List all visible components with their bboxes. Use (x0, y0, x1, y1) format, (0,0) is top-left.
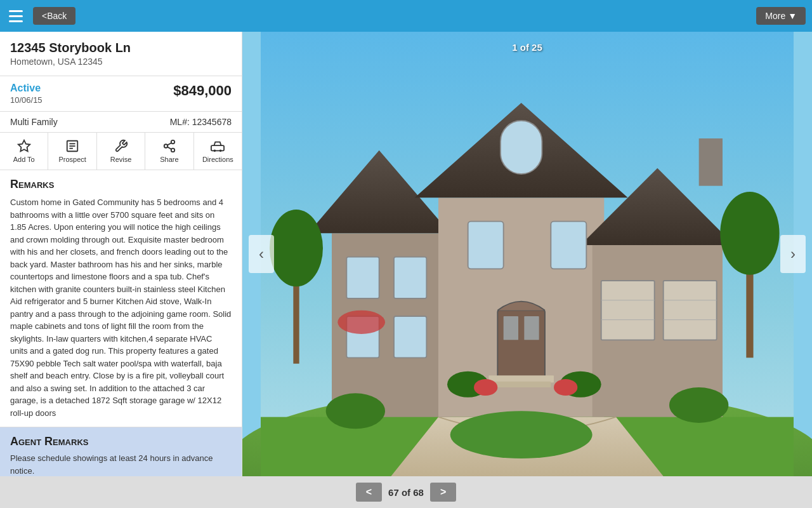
svg-rect-38 (504, 316, 518, 340)
star-icon (17, 139, 31, 153)
svg-rect-28 (394, 257, 426, 298)
status-date: 10/06/15 (10, 95, 43, 105)
menu-button[interactable] (6, 8, 25, 25)
svg-point-43 (669, 387, 728, 423)
svg-point-11 (214, 150, 216, 151)
directions-button[interactable]: Directions (194, 133, 242, 170)
property-type: Multi Family (10, 117, 58, 127)
svg-rect-24 (468, 222, 504, 269)
remarks-section: Remarks Custom home in Gated Community h… (0, 170, 242, 427)
svg-point-53 (450, 411, 593, 458)
wrench-icon (114, 139, 128, 153)
price: $849,000 (173, 83, 232, 99)
photo-next-button[interactable]: › (780, 235, 806, 273)
svg-point-52 (337, 311, 385, 334)
svg-rect-41 (492, 382, 551, 387)
prev-page-button[interactable]: < (356, 483, 382, 502)
svg-point-7 (171, 149, 175, 152)
svg-rect-23 (699, 138, 723, 186)
left-panel: 12345 Storybook Ln Hometown, USA 12345 A… (0, 32, 242, 476)
share-button[interactable]: Share (145, 133, 193, 170)
photo-counter: 1 of 25 (512, 42, 542, 53)
svg-rect-10 (211, 145, 224, 150)
add-to-button[interactable]: Add To (0, 133, 48, 170)
svg-rect-32 (664, 281, 717, 340)
remarks-title: Remarks (10, 178, 232, 191)
svg-rect-27 (346, 257, 379, 298)
status-label: Active (10, 83, 43, 94)
next-page-button[interactable]: > (430, 483, 456, 502)
bottom-bar: < 67 of 68 > (0, 476, 812, 508)
svg-rect-39 (524, 316, 539, 340)
more-button[interactable]: More ▼ (756, 7, 806, 25)
address-block: 12345 Storybook Ln Hometown, USA 12345 (0, 32, 242, 76)
svg-point-42 (326, 393, 385, 429)
svg-marker-0 (18, 140, 30, 151)
top-bar-left: <Back (6, 7, 75, 25)
prospect-button[interactable]: Prospect (48, 133, 96, 170)
address-street: 12345 Storybook Ln (10, 41, 232, 55)
svg-point-51 (270, 210, 323, 286)
list-icon (65, 139, 79, 153)
revise-button[interactable]: Revise (97, 133, 145, 170)
action-buttons: Add To Prospect Revise (0, 133, 242, 170)
photo-prev-button[interactable]: ‹ (249, 235, 274, 273)
share-icon (162, 139, 176, 153)
page-info: 67 of 68 (388, 487, 424, 498)
svg-rect-26 (501, 121, 542, 174)
svg-line-8 (167, 147, 171, 149)
svg-line-9 (167, 143, 171, 145)
svg-point-6 (164, 144, 168, 148)
status-price-block: Active 10/06/15 $849,000 (0, 76, 242, 112)
back-button[interactable]: <Back (33, 7, 75, 25)
agent-remarks-text: Please schedule showings at least 24 hou… (10, 452, 232, 476)
svg-point-5 (171, 140, 175, 144)
svg-rect-30 (394, 316, 426, 358)
agent-remarks-section: Agent Remarks Please schedule showings a… (0, 427, 242, 476)
house-image (242, 32, 812, 476)
mls-number: ML#: 12345678 (170, 117, 232, 127)
top-bar: <Back More ▼ (0, 0, 812, 32)
svg-point-49 (720, 192, 779, 275)
type-mls-block: Multi Family ML#: 12345678 (0, 112, 242, 133)
svg-point-12 (220, 150, 221, 151)
photo-area: 1 of 25 (242, 32, 812, 476)
svg-point-47 (554, 379, 577, 396)
address-city: Hometown, USA 12345 (10, 57, 232, 67)
remarks-text: Custom home in Gated Community has 5 bed… (10, 196, 232, 419)
main-content: 12345 Storybook Ln Hometown, USA 12345 A… (0, 32, 812, 476)
svg-point-46 (474, 379, 497, 396)
car-icon (211, 139, 225, 153)
svg-rect-25 (551, 222, 586, 269)
svg-rect-31 (601, 281, 655, 340)
agent-remarks-title: Agent Remarks (10, 435, 232, 448)
